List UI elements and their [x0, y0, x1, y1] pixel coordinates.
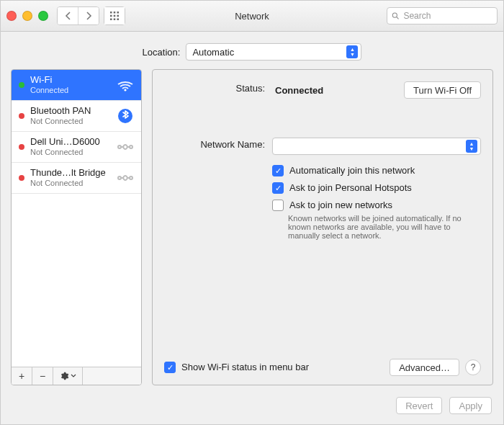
svg-rect-7	[114, 19, 116, 21]
sidebar-item-label: Bluetooth PAN	[30, 106, 115, 116]
svg-rect-4	[114, 15, 116, 17]
ask-hotspots-label: Ask to join Personal Hotspots	[289, 182, 412, 193]
chevron-left-icon	[65, 12, 71, 20]
forward-button[interactable]	[78, 7, 99, 24]
svg-point-13	[118, 146, 121, 148]
close-button[interactable]	[6, 11, 17, 21]
chevron-down-icon	[71, 373, 76, 379]
search-input[interactable]	[402, 10, 492, 22]
interface-actions-button[interactable]	[53, 367, 83, 385]
svg-point-9	[392, 13, 397, 17]
sidebar-item-thunde-lt-bridge[interactable]: Thunde…lt BridgeNot Connected	[12, 163, 141, 194]
apply-button[interactable]: Apply	[449, 397, 492, 414]
help-button[interactable]: ?	[465, 359, 481, 375]
sidebar-item-status: Connected	[30, 85, 115, 95]
sidebar-item-label: Dell Uni…D6000	[30, 137, 115, 147]
minimize-button[interactable]	[22, 11, 32, 21]
remove-interface-button[interactable]: −	[32, 367, 53, 385]
svg-rect-3	[110, 15, 112, 17]
show-status-checkbox[interactable]	[164, 362, 176, 373]
svg-line-10	[397, 17, 399, 19]
location-row: Location: Automatic ▲▼	[1, 32, 503, 69]
ethernet-icon	[116, 140, 135, 153]
svg-point-16	[130, 176, 132, 179]
ask-new-label: Ask to join new networks	[289, 200, 392, 211]
content: Wi-FiConnectedBluetooth PANNot Connected…	[1, 69, 503, 393]
status-label: Status:	[164, 81, 272, 94]
sidebar-item-label: Wi-Fi	[30, 75, 115, 85]
status-dot	[19, 82, 24, 88]
updown-icon: ▲▼	[466, 140, 477, 153]
add-interface-button[interactable]: +	[12, 367, 32, 385]
sidebar-item-status: Not Connected	[30, 178, 115, 188]
interface-list: Wi-FiConnectedBluetooth PANNot Connected…	[12, 70, 141, 367]
back-button[interactable]	[58, 7, 78, 24]
svg-rect-1	[114, 12, 116, 14]
location-value: Automatic	[192, 47, 234, 58]
location-select[interactable]: Automatic ▲▼	[186, 43, 361, 61]
location-label: Location:	[143, 47, 181, 58]
interface-sidebar: Wi-FiConnectedBluetooth PANNot Connected…	[11, 69, 142, 385]
svg-point-11	[124, 89, 126, 91]
bluetooth-icon	[117, 107, 133, 125]
auto-join-checkbox[interactable]	[272, 165, 284, 176]
sidebar-item-bluetooth-pan[interactable]: Bluetooth PANNot Connected	[12, 101, 141, 132]
ethernet-icon	[116, 171, 135, 184]
svg-rect-8	[117, 19, 120, 21]
search-field[interactable]	[387, 7, 498, 24]
svg-rect-5	[117, 15, 120, 17]
status-dot	[19, 175, 24, 181]
sidebar-item-status: Not Connected	[30, 116, 115, 126]
nav-group	[57, 6, 99, 25]
status-dot	[19, 144, 24, 150]
sidebar-item-label: Thunde…lt Bridge	[30, 168, 115, 178]
advanced-button[interactable]: Advanced…	[390, 359, 459, 376]
titlebar: Network	[1, 1, 503, 32]
search-icon	[392, 12, 399, 20]
status-value: Connected	[275, 85, 323, 96]
show-status-label: Show Wi-Fi status in menu bar	[181, 362, 309, 372]
detail-pane: Status: Connected Turn Wi-Fi Off Network…	[152, 69, 493, 385]
sidebar-footer: + −	[12, 367, 141, 385]
svg-rect-6	[110, 19, 112, 21]
svg-rect-2	[117, 12, 120, 14]
gear-icon	[59, 371, 69, 381]
sidebar-item-wi-fi[interactable]: Wi-FiConnected	[12, 70, 141, 101]
sidebar-item-status: Not Connected	[30, 147, 115, 157]
zoom-button[interactable]	[38, 11, 48, 21]
network-name-label: Network Name:	[164, 138, 272, 150]
revert-button[interactable]: Revert	[396, 397, 442, 414]
status-dot	[19, 113, 24, 119]
auto-join-label: Automatically join this network	[289, 165, 415, 176]
chevron-right-icon	[86, 12, 92, 20]
svg-point-14	[130, 146, 132, 148]
network-prefs-window: Network Location: Automatic ▲▼ Wi-FiConn…	[0, 0, 504, 425]
svg-point-15	[118, 176, 121, 179]
ask-new-checkbox[interactable]	[272, 200, 284, 211]
traffic-lights	[6, 11, 48, 21]
window-footer: Revert Apply	[1, 393, 503, 424]
ask-hotspots-checkbox[interactable]	[272, 182, 284, 194]
svg-rect-0	[110, 12, 112, 14]
updown-icon: ▲▼	[346, 45, 358, 58]
turn-wifi-off-button[interactable]: Turn Wi-Fi Off	[404, 81, 481, 99]
wifi-icon	[116, 78, 135, 92]
show-all-button[interactable]	[104, 6, 125, 25]
network-name-select[interactable]: ▲▼	[272, 138, 481, 155]
grid-icon	[109, 11, 120, 21]
ask-new-hint: Known networks will be joined automatica…	[288, 214, 475, 240]
sidebar-item-dell-uni-d6000[interactable]: Dell Uni…D6000Not Connected	[12, 132, 141, 163]
